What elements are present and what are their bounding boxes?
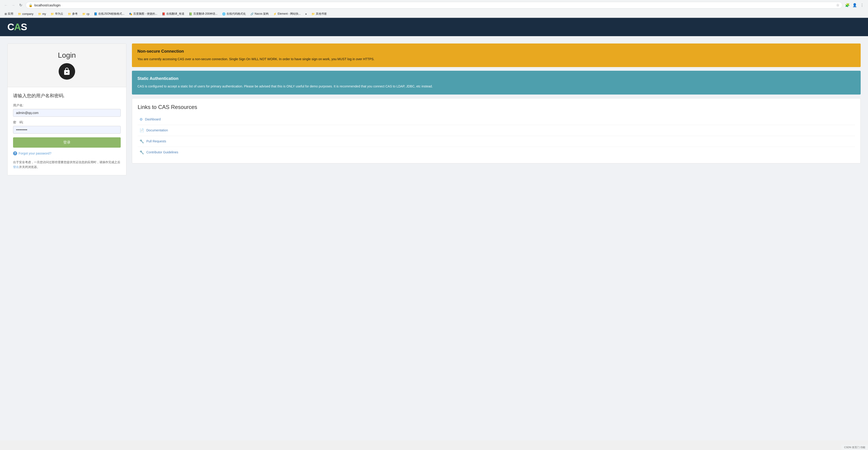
bookmark-baidu-translate[interactable]: 📗 百度翻译-200种语... xyxy=(187,11,219,17)
bookmark-youdao[interactable]: 📕 在线翻译_有道 xyxy=(160,11,186,17)
bookmark-cp[interactable]: 📁 cp xyxy=(81,12,91,16)
lock-icon: 🔒 xyxy=(29,3,33,7)
profile-button[interactable]: 👤 xyxy=(851,2,858,8)
browser-chrome: ← → ↻ 🔒 ☆ 🧩 👤 ⋮ ⊞ 应用 📁 company 📁 my 📁 xyxy=(0,0,868,18)
menu-button[interactable]: ⋮ xyxy=(859,2,865,8)
warning-body: You are currently accessing CAS over a n… xyxy=(137,57,855,62)
bookmark-huaweiyun[interactable]: 📁 华为云 xyxy=(49,11,65,17)
form-subtitle: 请输入您的用户名和密码. xyxy=(13,93,121,99)
warning-title: Non-secure Connection xyxy=(137,49,855,54)
map-icon: 🎭 xyxy=(129,12,132,15)
bookmark-my[interactable]: 📁 my xyxy=(36,12,48,16)
logo-c: C xyxy=(7,22,14,32)
static-auth-body: CAS is configured to accept a static lis… xyxy=(137,84,855,89)
bookmark-other[interactable]: 📁 其他书签 xyxy=(310,11,329,17)
login-button[interactable]: 登录 xyxy=(13,137,121,148)
login-card: Login 请输入您的用户名和密码. 用户名: 密 码: 登录 ? Forgot… xyxy=(7,43,126,175)
nacos-icon: 🔗 xyxy=(250,12,254,15)
resources-card: Links to CAS Resources ⚙ Dashboard 📄 Doc… xyxy=(132,98,861,163)
browser-toolbar: ← → ↻ 🔒 ☆ 🧩 👤 ⋮ xyxy=(0,0,868,10)
resource-link-dashboard[interactable]: ⚙ Dashboard xyxy=(137,114,855,125)
toolbar-icons: 🧩 👤 ⋮ xyxy=(844,2,865,8)
baidu-icon: 📗 xyxy=(189,12,192,15)
username-label: 用户名: xyxy=(13,103,121,107)
translate-icon: 📕 xyxy=(162,12,165,15)
other-icon: 📁 xyxy=(311,12,315,15)
nav-buttons: ← → ↻ xyxy=(3,2,24,8)
logout-link[interactable]: 登出 xyxy=(13,165,19,169)
login-form: 请输入您的用户名和密码. 用户名: 密 码: 登录 ? Forgot your … xyxy=(7,87,126,175)
logo-s: S xyxy=(21,22,27,32)
cas-header: CAS xyxy=(0,18,868,36)
bookmark-code-format[interactable]: 🌐 在线代码格式化 xyxy=(220,11,248,17)
pullrequests-icon: 🔧 xyxy=(140,139,144,143)
star-icon[interactable]: ☆ xyxy=(836,3,839,7)
bookmark-baidu-map[interactable]: 🎭 百度脑图 - 便捷的... xyxy=(127,11,159,17)
folder-icon-3: 📁 xyxy=(51,12,54,15)
resource-link-contributor[interactable]: 🔧 Contributor Guidelines xyxy=(137,147,855,158)
help-icon: ? xyxy=(13,151,17,155)
bookmark-element[interactable]: ⚡ Element - 网站快... xyxy=(271,11,303,17)
code-icon: 🌐 xyxy=(222,12,225,15)
back-button[interactable]: ← xyxy=(3,2,9,8)
bookmark-apps[interactable]: ⊞ 应用 xyxy=(3,11,15,17)
login-header: Login xyxy=(7,44,126,87)
forgot-password-link[interactable]: Forgot your password? xyxy=(19,152,51,155)
resource-link-pullrequests[interactable]: 🔧 Pull Requests xyxy=(137,136,855,147)
apps-icon: ⊞ xyxy=(5,12,7,15)
contributor-icon: 🔧 xyxy=(140,150,144,155)
lock-svg-icon xyxy=(63,67,71,75)
right-panel: Non-secure Connection You are currently … xyxy=(132,43,861,163)
static-auth-title: Static Authentication xyxy=(137,76,855,81)
resources-title: Links to CAS Resources xyxy=(137,104,855,110)
bookmark-json[interactable]: 📘 在线JSON校验格式... xyxy=(92,11,126,17)
element-icon: ⚡ xyxy=(273,12,277,15)
username-input[interactable] xyxy=(13,109,121,117)
main-content: Login 请输入您的用户名和密码. 用户名: 密 码: 登录 ? Forgot… xyxy=(0,36,868,440)
address-bar[interactable] xyxy=(34,3,834,7)
bookmark-company[interactable]: 📁 company xyxy=(16,12,35,16)
json-icon: 📘 xyxy=(94,12,97,15)
lock-icon-circle xyxy=(59,63,75,79)
password-label: 密 码: xyxy=(13,120,121,125)
extensions-button[interactable]: 🧩 xyxy=(844,2,850,8)
warning-card: Non-secure Connection You are currently … xyxy=(132,43,861,67)
folder-icon-5: 📁 xyxy=(82,12,86,15)
resource-link-docs[interactable]: 📄 Documentation xyxy=(137,125,855,136)
address-bar-container[interactable]: 🔒 ☆ xyxy=(26,2,842,8)
password-input[interactable] xyxy=(13,126,121,134)
bookmark-more[interactable]: » xyxy=(304,12,309,16)
login-title: Login xyxy=(13,51,121,60)
refresh-button[interactable]: ↻ xyxy=(18,2,24,8)
security-note: 出于安全考虑，一旦您访问过那些需要您提供凭证信息的应用时，请操作完成之后登出并关… xyxy=(13,160,121,170)
docs-icon: 📄 xyxy=(140,128,144,132)
folder-icon-1: 📁 xyxy=(18,12,21,15)
logo-a: A xyxy=(14,22,21,32)
bookmark-nacos[interactable]: 🔗 Nacos 架构 xyxy=(248,11,271,17)
bookmarks-bar: ⊞ 应用 📁 company 📁 my 📁 华为云 📁 参考 📁 cp 📘 在线… xyxy=(0,10,868,18)
dashboard-icon: ⚙ xyxy=(140,117,143,122)
cas-logo: CAS xyxy=(7,22,27,32)
more-icon: » xyxy=(305,12,307,15)
static-auth-card: Static Authentication CAS is configured … xyxy=(132,71,861,94)
folder-icon-2: 📁 xyxy=(38,12,41,15)
page-content: CAS Login 请输入您的用户名和密码. 用户名: 密 码: 登录 xyxy=(0,18,868,440)
forward-button[interactable]: → xyxy=(10,2,17,8)
folder-icon-4: 📁 xyxy=(68,12,71,15)
bookmark-reference[interactable]: 📁 参考 xyxy=(66,11,80,17)
forgot-password-container: ? Forgot your password? xyxy=(13,151,121,155)
